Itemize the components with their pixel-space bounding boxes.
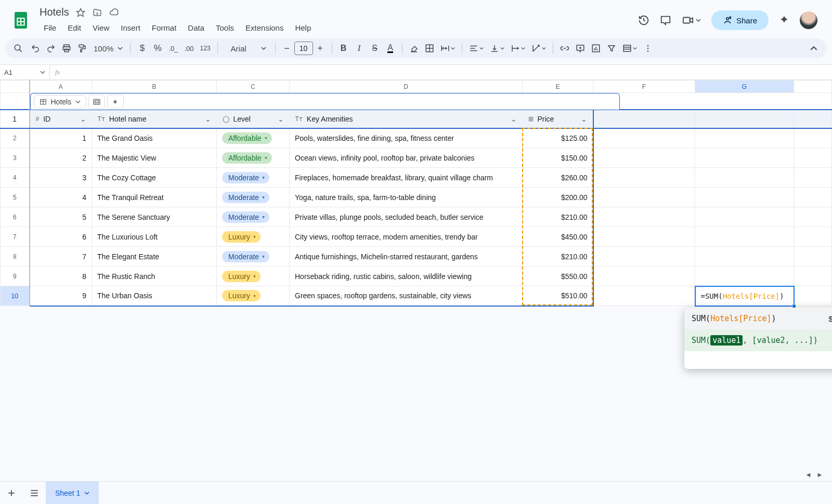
level-pill[interactable]: Affordable▾ xyxy=(222,132,272,144)
move-icon[interactable] xyxy=(92,7,102,18)
cell[interactable]: 3 xyxy=(30,168,92,188)
filter-icon[interactable] xyxy=(604,41,619,56)
cell[interactable] xyxy=(794,267,832,286)
cell[interactable]: $210.00 xyxy=(523,207,593,227)
menu-help[interactable]: Help xyxy=(290,20,316,35)
row-4[interactable]: 4 xyxy=(1,168,30,188)
table-actions-icon[interactable] xyxy=(107,95,124,109)
avatar[interactable] xyxy=(800,11,817,29)
cell[interactable]: The Elegant Estate xyxy=(92,247,217,267)
table-view-icon[interactable] xyxy=(620,41,640,56)
cell[interactable] xyxy=(794,128,832,148)
cell[interactable] xyxy=(695,128,794,148)
level-pill[interactable]: Moderate▾ xyxy=(222,172,269,183)
wrap-icon[interactable] xyxy=(508,41,528,56)
cell[interactable] xyxy=(794,247,832,267)
cell[interactable] xyxy=(593,188,695,207)
cell[interactable] xyxy=(593,227,695,247)
level-pill[interactable]: Moderate▾ xyxy=(222,192,269,203)
cell[interactable] xyxy=(695,188,794,207)
menu-file[interactable]: File xyxy=(38,20,61,35)
cell[interactable]: $200.00 xyxy=(523,188,593,207)
cell[interactable]: $450.00 xyxy=(523,227,593,247)
cell[interactable] xyxy=(593,247,695,267)
cell[interactable]: Moderate▾ xyxy=(217,207,290,227)
cell[interactable] xyxy=(593,128,695,148)
level-pill[interactable]: Luxury▾ xyxy=(222,231,261,243)
cell[interactable]: Moderate▾ xyxy=(217,247,290,267)
cell[interactable] xyxy=(695,267,794,286)
formula-bar[interactable] xyxy=(65,65,832,79)
cell[interactable]: 4 xyxy=(30,188,92,207)
col-C[interactable]: C xyxy=(217,81,290,93)
col-G[interactable]: G xyxy=(695,81,794,93)
cell[interactable]: The Urban Oasis xyxy=(92,286,217,306)
sheets-logo[interactable] xyxy=(9,10,32,31)
col-A[interactable]: A xyxy=(30,81,92,93)
halign-icon[interactable] xyxy=(466,41,486,56)
chevron-down-icon[interactable]: ⌄ xyxy=(205,115,211,123)
decrease-decimal-icon[interactable]: .0_ xyxy=(166,41,180,56)
cell[interactable] xyxy=(794,227,832,247)
cell[interactable]: 5 xyxy=(30,207,92,227)
suggestion-syntax[interactable]: SUM(value1, [value2, ...]) ⌄ xyxy=(684,329,832,351)
add-sheet-icon[interactable] xyxy=(0,482,23,505)
insert-comment-icon[interactable] xyxy=(573,41,588,56)
cell[interactable]: City views, rooftop terrace, modern amen… xyxy=(290,227,523,247)
cell[interactable]: $210.00 xyxy=(523,247,593,267)
menu-edit[interactable]: Edit xyxy=(62,20,86,35)
cell[interactable]: 7 xyxy=(30,247,92,267)
chevron-down-icon[interactable]: ⌄ xyxy=(511,115,517,123)
merge-icon[interactable] xyxy=(438,41,458,56)
row-3[interactable]: 3 xyxy=(1,148,30,168)
row-6[interactable]: 6 xyxy=(1,207,30,227)
cell[interactable]: $260.00 xyxy=(523,168,593,188)
cell[interactable]: Affordable▾ xyxy=(217,128,290,148)
menu-extensions[interactable]: Extensions xyxy=(240,20,289,35)
cell[interactable]: Affordable▾ xyxy=(217,148,290,168)
col-E[interactable]: E xyxy=(523,81,593,93)
collapse-icon[interactable] xyxy=(805,41,823,56)
cell[interactable]: Private villas, plunge pools, secluded b… xyxy=(290,207,523,227)
cell[interactable]: The Rustic Ranch xyxy=(92,267,217,286)
print-icon[interactable] xyxy=(59,41,74,56)
fill-color-icon[interactable] xyxy=(407,41,421,56)
currency-icon[interactable]: $ xyxy=(135,41,149,56)
borders-icon[interactable] xyxy=(422,41,437,56)
cell[interactable]: The Cozy Cottage xyxy=(92,168,217,188)
name-box[interactable]: A1 xyxy=(0,65,50,79)
doc-title[interactable]: Hotels xyxy=(40,6,69,18)
col-B[interactable]: B xyxy=(92,81,217,93)
cell[interactable] xyxy=(794,188,832,207)
row-5[interactable]: 5 xyxy=(1,188,30,207)
insert-chart-icon[interactable] xyxy=(589,41,603,56)
cell[interactable]: Moderate▾ xyxy=(217,168,290,188)
row-9[interactable]: 9 xyxy=(1,267,30,286)
cell[interactable] xyxy=(794,148,832,168)
row-10[interactable]: 10 xyxy=(1,286,30,306)
cell[interactable]: Luxury▾ xyxy=(217,286,290,306)
cell[interactable]: 1 xyxy=(30,128,92,148)
cell[interactable]: Ocean views, infinity pool, rooftop bar,… xyxy=(290,148,523,168)
cell[interactable]: Antique furnishings, Michelin-starred re… xyxy=(290,247,523,267)
cell[interactable]: The Tranquil Retreat xyxy=(92,188,217,207)
star-icon[interactable] xyxy=(75,7,86,18)
row-2[interactable]: 2 xyxy=(1,128,30,148)
chevron-down-icon[interactable]: ⌄ xyxy=(581,115,587,123)
scroll-right-icon[interactable]: ► xyxy=(816,471,825,479)
cell[interactable]: The Serene Sanctuary xyxy=(92,207,217,227)
all-sheets-icon[interactable] xyxy=(23,482,46,505)
comment-icon[interactable] xyxy=(659,14,672,26)
cell[interactable]: Luxury▾ xyxy=(217,267,290,286)
cell[interactable]: $125.00 xyxy=(523,128,593,148)
cell[interactable] xyxy=(593,148,695,168)
search-icon[interactable] xyxy=(9,41,27,56)
cell[interactable] xyxy=(593,286,695,306)
suggestion-item[interactable]: SUM(Hotels[Price]) $2,665.00 xyxy=(684,308,832,329)
font-dropdown-icon[interactable] xyxy=(256,41,271,56)
row-1[interactable]: 1 xyxy=(1,110,30,128)
undo-icon[interactable] xyxy=(28,41,43,56)
level-pill[interactable]: Moderate▾ xyxy=(222,211,269,223)
cell[interactable]: Yoga, nature trails, spa, farm-to-table … xyxy=(290,188,523,207)
cell[interactable] xyxy=(593,168,695,188)
